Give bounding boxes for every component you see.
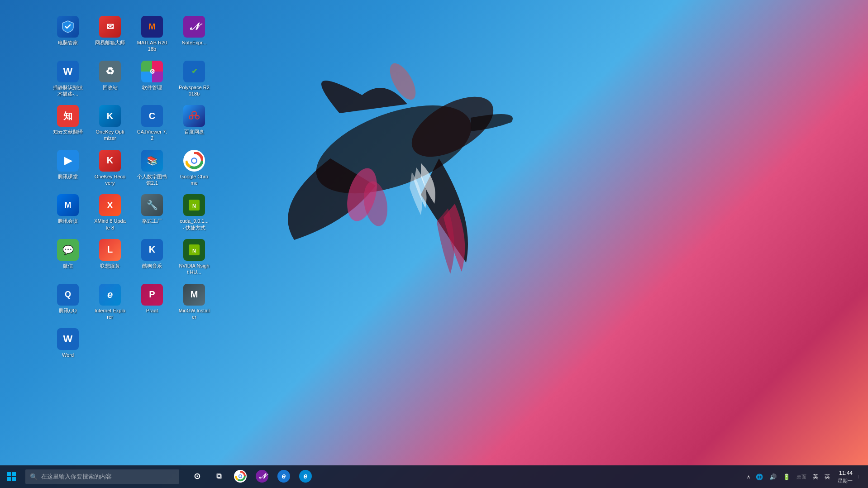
icon-label: 知云文献翻译 (53, 129, 83, 135)
icon-img: 知 (57, 105, 79, 127)
icon-label: 腾讯QQ (59, 307, 76, 314)
icon-label: XMind 8 Update 8 (94, 218, 126, 231)
icon-label: Word (62, 352, 74, 358)
icon-img: ⚙ (141, 61, 163, 82)
desktop-icon-chrome[interactable]: Google Chrome (176, 148, 212, 189)
shield-icon (61, 20, 75, 33)
desktop-icon-word-doc[interactable]: W 插静脉识别技术描述-... (50, 58, 86, 100)
desktop-icon-computer-manager[interactable]: 电脑管家 (50, 14, 86, 55)
desktop-icon-matlab[interactable]: M MATLAB R2018b (134, 14, 170, 55)
icon-label: MATLAB R2018b (136, 39, 168, 53)
taskbar: 🔍 在这里输入你要搜索的内容 ⊙ ⧉ (0, 465, 868, 488)
show-desktop-button[interactable] (858, 475, 863, 478)
icon-label: Polyspace R2018b (178, 84, 210, 97)
icon-label: 联想服务 (100, 263, 120, 269)
tray-expand-button[interactable]: ∧ (745, 472, 752, 482)
network-tray-icon[interactable]: 🌐 (754, 472, 765, 482)
taskbar-apps: ⊙ ⧉ 𝒩 e (186, 465, 316, 488)
svg-point-23 (239, 475, 242, 478)
keyboard-layout-icon[interactable]: 英 (811, 471, 820, 483)
icon-img: K (99, 150, 121, 172)
icon-img: ▶ (57, 150, 79, 172)
desktop-icon-nvidia[interactable]: N NVIDIA Nsight HU... (176, 237, 212, 278)
svg-rect-20 (12, 477, 16, 481)
icon-img (183, 105, 205, 127)
icon-img: e (99, 284, 121, 306)
taskbar-chrome[interactable] (230, 465, 251, 488)
clock-display[interactable]: 11:44 星期一 (834, 467, 856, 487)
start-button[interactable] (0, 465, 23, 488)
desktop-icon-zhiyun[interactable]: 知 知云文献翻译 (50, 103, 86, 144)
icon-img: Q (57, 284, 79, 306)
desktop-icon-onekey-rec[interactable]: K OneKey Recovery (92, 148, 128, 189)
svg-rect-19 (7, 477, 11, 481)
cortana-button[interactable]: ⊙ (186, 465, 207, 488)
battery-tray-icon[interactable]: 🔋 (781, 472, 792, 482)
icon-img: 💬 (57, 239, 79, 261)
desktop-icon-xmind[interactable]: X XMind 8 Update 8 (92, 192, 128, 233)
search-bar[interactable]: 🔍 在这里输入你要搜索的内容 (25, 469, 179, 484)
task-view-button[interactable]: ⧉ (208, 465, 229, 488)
desktop-icon-ruanjian[interactable]: ⚙ 软件管理 (134, 58, 170, 100)
desktop-icon-wechat[interactable]: 💬 微信 (50, 237, 86, 278)
clock-time: 11:44 (838, 469, 853, 477)
taskbar-ie1[interactable]: e (273, 465, 294, 488)
icon-img: ✉ (99, 16, 121, 38)
icon-label: 回收站 (103, 84, 118, 91)
icon-label: 电脑管家 (58, 39, 78, 46)
icon-label: 格式工厂 (142, 218, 162, 224)
desktop-icon-digital-lib[interactable]: 📚 个人数字图书馆2.1 (134, 148, 170, 189)
desktop-icon-netease-mail[interactable]: ✉ 网易邮箱大师 (92, 14, 128, 55)
desktop-icon-ie[interactable]: e Internet Explorer (92, 282, 128, 323)
icon-img: M (141, 16, 163, 38)
desktop-icon-onekey-opt[interactable]: K OneKey Optimizer (92, 103, 128, 144)
icon-label: OneKey Recovery (94, 173, 126, 187)
svg-text:N: N (192, 248, 196, 254)
icon-img: M (57, 194, 79, 216)
desktop: 电脑管家 ✉ 网易邮箱大师 M MATLAB R2018b 𝒩 NoteExpr… (0, 0, 868, 465)
ime-icon[interactable]: 英 (822, 471, 832, 483)
desktop-icon-cajviewer[interactable]: C CAJViewer 7.2 (134, 103, 170, 144)
svg-text:N: N (192, 203, 196, 209)
desktop-icon-baidu-pan[interactable]: 百度网盘 (176, 103, 212, 144)
icon-label: 酷狗音乐 (142, 263, 162, 269)
icon-label: 软件管理 (142, 84, 162, 91)
desktop-icon-word[interactable]: W Word (50, 326, 86, 360)
volume-tray-icon[interactable]: 🔊 (767, 472, 779, 482)
svg-rect-18 (12, 472, 16, 476)
baidu-pan-icon (187, 109, 201, 123)
desktop-icon-mingw[interactable]: M MinGW Installer (176, 282, 212, 323)
desktop-icon-lenovo[interactable]: L 联想服务 (92, 237, 128, 278)
desktop-icon-geshu[interactable]: 🔧 格式工厂 (134, 192, 170, 233)
desktop-icon-polyspace[interactable]: ✔ Polyspace R2018b (176, 58, 212, 100)
desktop-icon-cuda[interactable]: N cuda_9.0.1... - 快捷方式 (176, 192, 212, 233)
icon-img: 📚 (141, 150, 163, 172)
svg-point-7 (196, 115, 199, 119)
nvidia-nsight-icon: N (187, 243, 201, 257)
desktop-icon-kugou[interactable]: K 酷狗音乐 (134, 237, 170, 278)
svg-point-12 (192, 158, 196, 163)
icon-img: M (183, 284, 205, 306)
icon-img: ♻ (99, 61, 121, 82)
chrome-taskbar-icon (235, 471, 246, 482)
icon-label: 插静脉识别技术描述-... (52, 84, 84, 97)
desktop-icon-tencent-meet[interactable]: M 腾讯会议 (50, 192, 86, 233)
icon-label: 微信 (63, 263, 73, 269)
taskbar-noteexpress[interactable]: 𝒩 (252, 465, 272, 488)
icon-img: K (99, 105, 121, 127)
icon-img: X (99, 194, 121, 216)
taskbar-right: ∧ 🌐 🔊 🔋 桌面 英 英 11:44 星期一 (745, 467, 868, 487)
desktop-icon-qq[interactable]: Q 腾讯QQ (50, 282, 86, 323)
icon-label: Praat (146, 307, 158, 314)
svg-point-6 (189, 115, 193, 119)
icon-img: C (141, 105, 163, 127)
desktop-icon-noteexpress[interactable]: 𝒩 NoteExpr... (176, 14, 212, 55)
desktop-icon-tencent-class[interactable]: ▶ 腾讯课堂 (50, 148, 86, 189)
taskbar-ie2[interactable]: e (295, 465, 316, 488)
nvidia-icon: N (187, 198, 201, 212)
icon-img: P (141, 284, 163, 306)
desktop-icon-recycle[interactable]: ♻ 回收站 (92, 58, 128, 100)
icon-img: ✔ (183, 61, 205, 82)
desktop-icon-praat[interactable]: P Praat (134, 282, 170, 323)
icon-img: N (183, 239, 205, 261)
